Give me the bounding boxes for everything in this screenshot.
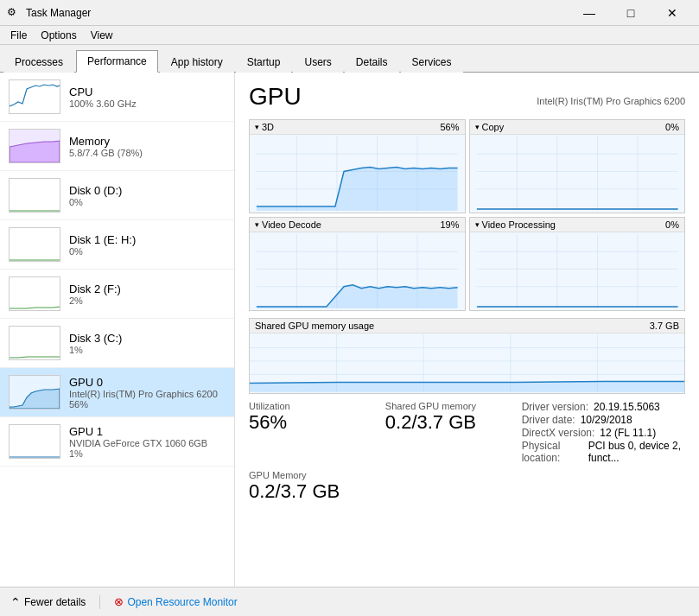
chart-vd-percent: 19% bbox=[440, 219, 459, 230]
driver-version-pair: Driver version: 20.19.15.5063 bbox=[522, 401, 685, 413]
fewer-details-button[interactable]: ⌃ Fewer details bbox=[10, 595, 86, 609]
chart-3d-label: 3D bbox=[262, 122, 274, 132]
sidebar-item-disk1[interactable]: Disk 1 (E: H:) 0% bbox=[0, 220, 234, 270]
physical-label: Physical location: bbox=[522, 440, 583, 464]
disk2-info: Disk 2 (F:) 2% bbox=[69, 283, 226, 306]
sidebar-item-cpu[interactable]: CPU 100% 3.60 GHz bbox=[0, 73, 234, 122]
chevron-icon: ▾ bbox=[255, 123, 259, 131]
chart-vp-percent: 0% bbox=[665, 219, 679, 230]
gpu1-thumbnail bbox=[9, 424, 60, 459]
gpu1-usage: 1% bbox=[69, 448, 226, 459]
tab-details[interactable]: Details bbox=[345, 51, 399, 73]
shared-mem-value: 3.7 GB bbox=[650, 321, 679, 331]
utilization-value: 56% bbox=[249, 411, 385, 434]
gpu1-name: GPU 1 bbox=[69, 425, 226, 438]
chart-3d-percent: 56% bbox=[440, 122, 459, 132]
svg-marker-24 bbox=[257, 285, 458, 308]
tab-startup[interactable]: Startup bbox=[236, 51, 292, 73]
chart-copy-percent: 0% bbox=[665, 122, 679, 132]
gpu0-model: Intel(R) Iris(TM) Pro Graphics 6200 bbox=[69, 389, 226, 399]
memory-thumbnail bbox=[9, 129, 60, 163]
main-content: CPU 100% 3.60 GHz Memory 5.8/7.4 GB (78%… bbox=[0, 73, 699, 587]
charts-grid: ▾ 3D 56% bbox=[249, 119, 685, 311]
fewer-details-label: Fewer details bbox=[24, 596, 86, 608]
utilization-stat: Utilization 56% bbox=[249, 401, 385, 465]
gpu1-info: GPU 1 NVIDIA GeForce GTX 1060 6GB 1% bbox=[69, 425, 226, 459]
tab-users[interactable]: Users bbox=[293, 51, 342, 73]
directx-label: DirectX version: bbox=[522, 427, 595, 439]
gpu1-model: NVIDIA GeForce GTX 1060 6GB bbox=[69, 438, 226, 448]
chart-vd-header: ▾ Video Decode 19% bbox=[250, 218, 465, 232]
shared-mem-header: Shared GPU memory usage 3.7 GB bbox=[249, 318, 685, 333]
disk0-info: Disk 0 (D:) 0% bbox=[69, 184, 226, 207]
tab-app-history[interactable]: App history bbox=[160, 51, 234, 73]
chart-video-decode: ▾ Video Decode 19% bbox=[249, 217, 466, 311]
chart-vp-area bbox=[470, 232, 685, 310]
gpu-memory-label: GPU Memory bbox=[249, 470, 685, 480]
chart-vd-label: Video Decode bbox=[262, 219, 321, 230]
driver-date-value: 10/29/2018 bbox=[581, 414, 632, 426]
sidebar-item-disk2[interactable]: Disk 2 (F:) 2% bbox=[0, 270, 234, 319]
disk3-info: Disk 3 (C:) 1% bbox=[69, 332, 226, 355]
chart-copy-label: Copy bbox=[482, 122, 505, 132]
driver-version-label: Driver version: bbox=[522, 401, 588, 413]
driver-date-pair: Driver date: 10/29/2018 bbox=[522, 414, 685, 426]
svg-marker-39 bbox=[250, 382, 684, 392]
gpu-memory-section: GPU Memory 0.2/3.7 GB bbox=[249, 470, 685, 503]
info-col1: Driver version: 20.19.15.5063 Driver dat… bbox=[522, 401, 685, 465]
shared-gpu-memory-label: Shared GPU memory bbox=[385, 401, 522, 411]
svg-marker-0 bbox=[10, 141, 60, 162]
disk0-thumbnail bbox=[9, 178, 60, 213]
chart-3d: ▾ 3D 56% bbox=[249, 119, 466, 213]
chart-vp-label: Video Processing bbox=[482, 219, 556, 230]
gpu0-usage: 56% bbox=[69, 399, 226, 410]
menu-file[interactable]: File bbox=[3, 28, 34, 43]
close-button[interactable]: ✕ bbox=[652, 0, 692, 26]
gpu0-info: GPU 0 Intel(R) Iris(TM) Pro Graphics 620… bbox=[69, 376, 226, 410]
menubar: File Options View bbox=[0, 26, 699, 45]
disk1-thumbnail bbox=[9, 227, 60, 262]
chart-3d-area bbox=[250, 135, 465, 213]
panel-title: GPU bbox=[249, 83, 302, 111]
titlebar-buttons: — □ ✕ bbox=[569, 0, 692, 26]
tab-performance[interactable]: Performance bbox=[76, 50, 158, 73]
sidebar-item-disk0[interactable]: Disk 0 (D:) 0% bbox=[0, 171, 234, 220]
disk2-usage: 2% bbox=[69, 295, 226, 306]
resource-monitor-icon: ⊗ bbox=[114, 595, 124, 608]
cpu-name: CPU bbox=[69, 86, 226, 98]
shared-mem-label: Shared GPU memory usage bbox=[255, 321, 374, 331]
directx-value: 12 (FL 11.1) bbox=[600, 427, 656, 439]
fewer-details-icon: ⌃ bbox=[10, 595, 21, 609]
stats-row: Utilization 56% Shared GPU memory 0.2/3.… bbox=[249, 401, 685, 465]
chart-copy-area bbox=[470, 135, 685, 213]
chart-video-processing: ▾ Video Processing 0% bbox=[469, 217, 686, 311]
chevron-icon-vd: ▾ bbox=[255, 220, 259, 229]
sidebar-item-gpu1[interactable]: GPU 1 NVIDIA GeForce GTX 1060 6GB 1% bbox=[0, 417, 234, 467]
open-resource-monitor-button[interactable]: ⊗ Open Resource Monitor bbox=[114, 595, 237, 608]
sidebar-item-memory[interactable]: Memory 5.8/7.4 GB (78%) bbox=[0, 122, 234, 171]
menu-options[interactable]: Options bbox=[34, 28, 83, 43]
shared-gpu-memory-stat: Shared GPU memory 0.2/3.7 GB bbox=[385, 401, 522, 465]
chart-vp-header: ▾ Video Processing 0% bbox=[470, 218, 685, 232]
open-resource-monitor-link[interactable]: Open Resource Monitor bbox=[127, 596, 237, 608]
disk3-name: Disk 3 (C:) bbox=[69, 332, 226, 345]
tabs-bar: Processes Performance App history Startu… bbox=[0, 45, 699, 73]
tab-processes[interactable]: Processes bbox=[3, 51, 74, 73]
maximize-button[interactable]: □ bbox=[611, 0, 651, 26]
titlebar: ⚙ Task Manager — □ ✕ bbox=[0, 0, 699, 26]
sidebar-item-disk3[interactable]: Disk 3 (C:) 1% bbox=[0, 319, 234, 368]
disk2-name: Disk 2 (F:) bbox=[69, 283, 226, 295]
cpu-info: CPU 100% 3.60 GHz bbox=[69, 86, 226, 109]
tab-services[interactable]: Services bbox=[401, 51, 463, 73]
disk0-usage: 0% bbox=[69, 197, 226, 207]
driver-date-label: Driver date: bbox=[522, 414, 575, 426]
sidebar-item-gpu0[interactable]: GPU 0 Intel(R) Iris(TM) Pro Graphics 620… bbox=[0, 368, 234, 417]
disk0-name: Disk 0 (D:) bbox=[69, 184, 226, 197]
menu-view[interactable]: View bbox=[84, 28, 120, 43]
disk3-thumbnail bbox=[9, 326, 60, 360]
minimize-button[interactable]: — bbox=[569, 0, 609, 26]
directx-pair: DirectX version: 12 (FL 11.1) bbox=[522, 427, 685, 439]
shared-mem-chart bbox=[249, 333, 685, 394]
utilization-label: Utilization bbox=[249, 401, 385, 411]
gpu0-name: GPU 0 bbox=[69, 376, 226, 389]
